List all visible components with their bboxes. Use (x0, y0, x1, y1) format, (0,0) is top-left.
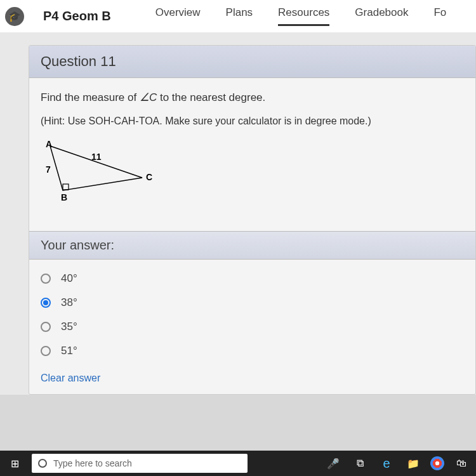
radio-icon (41, 298, 51, 308)
taskbar-search[interactable]: Type here to search (32, 454, 248, 473)
option-1[interactable]: 38° (41, 296, 464, 309)
tab-more[interactable]: Fo (433, 6, 446, 26)
radio-icon (41, 346, 51, 356)
radio-icon (41, 274, 51, 284)
option-3[interactable]: 51° (41, 345, 464, 357)
taskbar: ⊞ Type here to search 🎤 ⧉ e 📁 🛍 (0, 451, 476, 476)
task-view-icon[interactable]: ⧉ (350, 458, 369, 469)
content-area: Question 11 Find the measure of ∠C to th… (0, 32, 476, 395)
answer-options: 40° 38° 35° 51° (29, 260, 475, 373)
option-label: 38° (61, 296, 77, 309)
tab-gradebook[interactable]: Gradebook (355, 6, 408, 26)
vertex-c: C (146, 172, 152, 182)
question-title: Question 11 (29, 46, 475, 78)
question-body: Find the measure of ∠C to the nearest de… (29, 78, 475, 231)
tab-resources[interactable]: Resources (278, 6, 329, 26)
option-label: 35° (61, 321, 77, 333)
search-icon (38, 459, 47, 468)
prompt-pre: Find the measure of (41, 91, 140, 103)
side-opposite: 7 (46, 164, 51, 175)
store-icon[interactable]: 🛍 (452, 458, 471, 469)
question-card: Question 11 Find the measure of ∠C to th… (29, 45, 476, 395)
windows-start-icon[interactable]: ⊞ (5, 458, 24, 470)
option-label: 40° (61, 272, 77, 285)
microphone-icon[interactable]: 🎤 (324, 458, 343, 470)
svg-rect-1 (63, 184, 69, 190)
question-prompt: Find the measure of ∠C to the nearest de… (41, 91, 464, 104)
course-avatar-icon[interactable]: 🎓 (5, 7, 24, 26)
triangle-diagram: A B C 11 7 (41, 140, 464, 206)
prompt-post: to the nearest degree. (157, 91, 265, 103)
file-explorer-icon[interactable]: 📁 (404, 458, 423, 470)
answer-header: Your answer: (29, 231, 475, 260)
tab-plans[interactable]: Plans (226, 6, 253, 26)
clear-answer-link[interactable]: Clear answer (29, 373, 475, 394)
edge-browser-icon[interactable]: e (377, 456, 396, 471)
option-label: 51° (61, 345, 77, 357)
vertex-b: B (61, 192, 67, 202)
radio-icon (41, 322, 51, 332)
tab-overview[interactable]: Overview (155, 6, 201, 26)
search-placeholder: Type here to search (53, 458, 132, 468)
question-hint: (Hint: Use SOH-CAH-TOA. Make sure your c… (41, 116, 464, 127)
vertex-a: A (46, 140, 52, 149)
chrome-icon[interactable] (430, 456, 444, 470)
option-0[interactable]: 40° (41, 272, 464, 285)
side-hypotenuse: 11 (91, 152, 102, 162)
nav-tabs: Overview Plans Resources Gradebook Fo (155, 6, 447, 26)
top-nav: 🎓 P4 Geom B Overview Plans Resources Gra… (0, 0, 476, 32)
option-2[interactable]: 35° (41, 321, 464, 333)
prompt-angle: ∠C (140, 91, 157, 103)
course-title: P4 Geom B (43, 9, 111, 23)
